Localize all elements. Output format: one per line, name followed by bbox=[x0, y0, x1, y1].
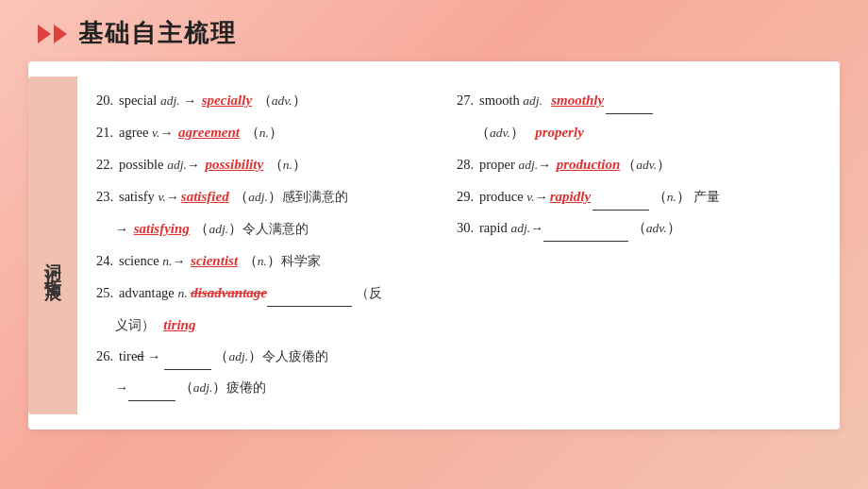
item-23b: → satisfying （adj.）令人满意的 bbox=[96, 214, 447, 243]
side-label: 词汇拓展 bbox=[28, 76, 77, 414]
blank-25 bbox=[267, 290, 352, 307]
answer-agreement: agreement bbox=[176, 125, 242, 140]
blank-27 bbox=[606, 97, 653, 114]
header: 基础自主梳理 bbox=[0, 0, 868, 61]
answer-properly: properly bbox=[535, 125, 584, 140]
blank-26a bbox=[164, 353, 211, 370]
item-25b: 义词） tiring bbox=[96, 311, 447, 339]
answer-possibility: possibility bbox=[203, 157, 265, 172]
left-column: 20. special adj. → specially （adv.） 21. … bbox=[96, 86, 447, 405]
item-27: 27. smooth adj. smoothly bbox=[457, 86, 808, 114]
chevron-icon bbox=[38, 25, 67, 43]
item-27b: （adv.） properly bbox=[457, 118, 808, 146]
answer-production: production bbox=[555, 157, 623, 172]
item-26a: 26. tired → （adj.）令人疲倦的 bbox=[96, 343, 447, 370]
item-29: 29. produce v.→rapidly （n.） 产量 bbox=[457, 182, 808, 211]
item-23a: 23. satisfy v.→satisfied （adj.）感到满意的 bbox=[96, 182, 447, 211]
item-26b: → （adj.）疲倦的 bbox=[96, 374, 447, 401]
right-column: 27. smooth adj. smoothly （adv.） properly… bbox=[457, 86, 808, 405]
content-area: 20. special adj. → specially （adv.） 21. … bbox=[77, 76, 817, 414]
answer-rapidly: rapidly bbox=[548, 189, 593, 204]
side-label-text: 词汇拓展 bbox=[38, 249, 68, 279]
item-20: 20. special adj. → specially （adv.） bbox=[96, 86, 447, 114]
answer-satisfied: satisfied bbox=[179, 189, 231, 204]
item-30: 30. rapid adj.→ （adv.） bbox=[457, 214, 808, 242]
item-25: 25. advantage n. disadvantage （反 bbox=[96, 278, 447, 307]
page-title: 基础自主梳理 bbox=[78, 17, 237, 50]
item-24: 24. science n.→ scientist （n.）科学家 bbox=[96, 246, 447, 275]
answer-disadvantage: disadvantage bbox=[191, 285, 267, 300]
chevron-arrow-1 bbox=[38, 25, 51, 43]
item-22: 22. possible adj.→ possibility （n.） bbox=[96, 150, 447, 178]
item-28: 28. proper adj.→ production（adv.） bbox=[457, 150, 808, 178]
blank-29 bbox=[593, 194, 649, 211]
chevron-arrow-2 bbox=[54, 25, 67, 43]
blank-30 bbox=[543, 225, 628, 242]
answer-satisfying: satisfying bbox=[132, 221, 192, 236]
answer-specially: specially bbox=[200, 93, 254, 108]
blank-26b bbox=[128, 384, 175, 401]
answer-smoothly: smoothly bbox=[549, 93, 606, 108]
main-card: 词汇拓展 20. special adj. → specially （adv.）… bbox=[28, 61, 840, 430]
item-21: 21. agree v.→ agreement （n.） bbox=[96, 118, 447, 146]
answer-tiring: tiring bbox=[161, 311, 197, 339]
answer-scientist: scientist bbox=[189, 253, 240, 268]
